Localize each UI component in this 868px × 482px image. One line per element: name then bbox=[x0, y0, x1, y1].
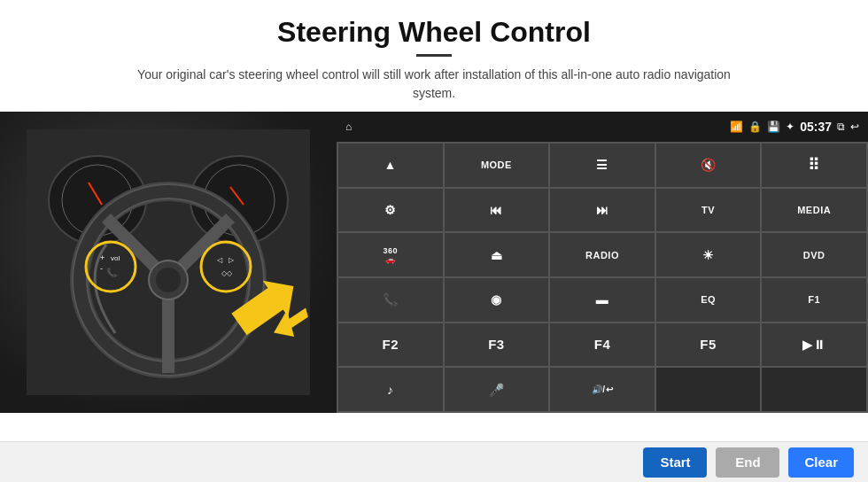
btn-360[interactable]: 360🚗 bbox=[338, 233, 443, 276]
header-section: Steering Wheel Control Your original car… bbox=[0, 0, 868, 112]
status-time: 05:37 bbox=[800, 120, 832, 134]
bottom-bar: Start End Clear bbox=[0, 441, 868, 482]
svg-text:+: + bbox=[100, 253, 105, 262]
btn-nav-up[interactable]: ▲ bbox=[338, 144, 443, 187]
button-grid: ▲ MODE ☰ 🔇 ⠿ ⚙ ⏮ ⏭ TV MEDIA 360🚗 ⏏ RADIO… bbox=[337, 142, 868, 413]
bluetooth-icon: ✦ bbox=[786, 120, 794, 133]
steering-wheel-background: + - vol 📞 ◁ ▷ ◇◇ bbox=[0, 112, 337, 413]
lock-icon: 🔒 bbox=[748, 120, 762, 133]
svg-text:📞: 📞 bbox=[106, 267, 118, 278]
image-section: + - vol 📞 ◁ ▷ ◇◇ bbox=[0, 112, 337, 413]
btn-phone[interactable]: 📞 bbox=[338, 278, 443, 322]
btn-empty-1 bbox=[656, 368, 761, 411]
end-button[interactable]: End bbox=[716, 447, 779, 478]
title-divider bbox=[416, 54, 452, 57]
btn-f5[interactable]: F5 bbox=[656, 323, 761, 367]
btn-f3[interactable]: F3 bbox=[445, 323, 549, 367]
grid-section: ⌂ 📶 🔒 💾 ✦ 05:37 ⧉ ↩ ▲ MODE ☰ 🔇 bbox=[337, 112, 868, 413]
svg-point-12 bbox=[156, 268, 181, 292]
btn-screen[interactable]: ▬ bbox=[550, 278, 655, 322]
btn-eq[interactable]: EQ bbox=[656, 278, 761, 322]
btn-menu[interactable]: ☰ bbox=[550, 144, 655, 187]
svg-text:◁: ◁ bbox=[217, 256, 223, 264]
btn-apps[interactable]: ⠿ bbox=[762, 144, 866, 187]
page-wrapper: Steering Wheel Control Your original car… bbox=[0, 0, 868, 482]
btn-mic[interactable]: 🎤 bbox=[445, 368, 549, 411]
clear-button[interactable]: Clear bbox=[788, 447, 854, 478]
btn-play-pause[interactable]: ▶⏸ bbox=[762, 323, 866, 367]
btn-f1[interactable]: F1 bbox=[762, 278, 866, 322]
btn-f2[interactable]: F2 bbox=[338, 323, 443, 367]
btn-settings[interactable]: ⚙ bbox=[338, 189, 443, 232]
btn-dvd[interactable]: DVD bbox=[762, 233, 866, 276]
btn-nav[interactable]: ◉ bbox=[445, 278, 549, 322]
window-icon: ⧉ bbox=[837, 120, 845, 133]
btn-next[interactable]: ⏭ bbox=[550, 189, 655, 232]
content-row: + - vol 📞 ◁ ▷ ◇◇ bbox=[0, 112, 868, 441]
btn-eject[interactable]: ⏏ bbox=[445, 233, 549, 276]
btn-prev[interactable]: ⏮ bbox=[445, 189, 549, 232]
start-button[interactable]: Start bbox=[643, 447, 707, 478]
btn-music[interactable]: ♪ bbox=[338, 368, 443, 411]
svg-text:-: - bbox=[100, 264, 103, 273]
svg-text:vol: vol bbox=[111, 254, 120, 262]
status-left: ⌂ bbox=[345, 120, 352, 133]
svg-text:▷: ▷ bbox=[229, 256, 235, 264]
btn-mode[interactable]: MODE bbox=[445, 144, 549, 187]
btn-brightness[interactable]: ☀ bbox=[656, 233, 761, 276]
btn-f4[interactable]: F4 bbox=[550, 323, 655, 367]
btn-empty-2 bbox=[762, 368, 866, 411]
home-icon[interactable]: ⌂ bbox=[345, 120, 352, 133]
page-title: Steering Wheel Control bbox=[18, 16, 850, 49]
back-icon[interactable]: ↩ bbox=[850, 120, 859, 133]
btn-radio[interactable]: RADIO bbox=[550, 233, 655, 276]
page-subtitle: Your original car's steering wheel contr… bbox=[133, 66, 735, 103]
wifi-icon: 📶 bbox=[730, 120, 743, 133]
status-bar: ⌂ 📶 🔒 💾 ✦ 05:37 ⧉ ↩ bbox=[337, 112, 868, 142]
steering-wheel-svg: + - vol 📞 ◁ ▷ ◇◇ bbox=[27, 129, 310, 395]
svg-text:◇◇: ◇◇ bbox=[221, 269, 233, 277]
btn-mute[interactable]: 🔇 bbox=[656, 144, 761, 187]
btn-tv[interactable]: TV bbox=[656, 189, 761, 232]
sd-icon: 💾 bbox=[767, 120, 780, 133]
status-right: 📶 🔒 💾 ✦ 05:37 ⧉ ↩ bbox=[730, 120, 859, 134]
btn-vol-call[interactable]: 🔊/↩ bbox=[550, 368, 655, 411]
btn-media[interactable]: MEDIA bbox=[762, 189, 866, 232]
